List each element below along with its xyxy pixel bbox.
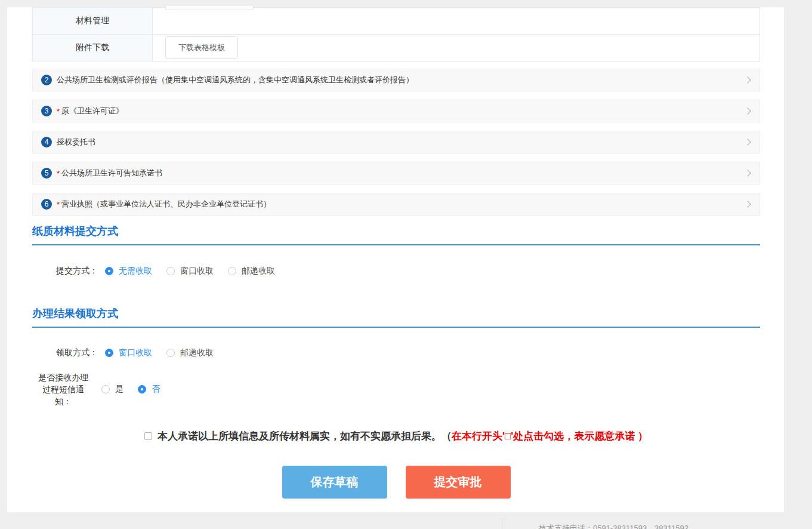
attachment-download-value: 下载表格模板 <box>153 35 760 61</box>
chevron-right-icon <box>744 170 751 176</box>
sms-notify-row: 是否接收办理 过程短信通 知： 是 否 <box>32 371 760 407</box>
commitment-hint-red: 在本行开头'□'处点击勾选，表示愿意承诺 ） <box>452 430 648 442</box>
accordion-item-2[interactable]: 2 公共场所卫生检测或评价报告（使用集中空调通风系统的，含集中空调通风系统卫生检… <box>32 69 760 91</box>
footer-divider <box>502 517 502 529</box>
radio-option-mail-pickup[interactable]: 邮递收取 <box>166 347 214 358</box>
submit-approval-button[interactable]: 提交审批 <box>406 466 511 499</box>
form-card: 材料管理 附件下载 下载表格模板 2 公共场所卫生检测或评价报告（使用集中空调通… <box>7 7 784 519</box>
accordion-item-title: 营业执照（或事业单位法人证书、民办非企业单位登记证书） <box>61 199 271 210</box>
attachment-download-label: 附件下载 <box>33 35 153 61</box>
accordion-item-title: 公共场所卫生检测或评价报告（使用集中空调通风系统的，含集中空调通风系统卫生检测或… <box>57 75 413 85</box>
table-row: 材料管理 <box>33 8 760 35</box>
pickup-method-label: 领取方式： <box>32 347 98 358</box>
commitment-checkbox[interactable] <box>144 432 152 440</box>
action-buttons: 保存草稿 提交审批 <box>32 466 760 499</box>
required-asterisk: * <box>57 200 60 209</box>
radio-option-window-collect[interactable]: 窗口收取 <box>166 266 214 276</box>
sms-notify-label: 是否接收办理 过程短信通 知： <box>32 371 94 407</box>
item-number-badge: 2 <box>41 75 52 85</box>
material-table: 材料管理 附件下载 下载表格模板 <box>32 7 760 61</box>
commitment-text: 本人承诺以上所填信息及所传材料属实，如有不实愿承担后果。（在本行开头'□'处点击… <box>158 429 648 443</box>
pickup-method-options: 窗口收取 邮递收取 <box>105 347 214 358</box>
radio-selected-icon[interactable] <box>105 267 113 275</box>
radio-unselected-icon[interactable] <box>166 267 175 275</box>
radio-option-window-pickup[interactable]: 窗口收取 <box>105 347 152 358</box>
item-number-badge: 5 <box>41 168 52 179</box>
item-number-badge: 4 <box>41 137 52 147</box>
submission-method-label: 提交方式： <box>32 266 98 276</box>
chevron-right-icon <box>744 139 751 145</box>
page-footer: 技术支持电话：0591-38311593、38311592 <box>0 512 812 529</box>
material-manage-value <box>153 8 760 35</box>
chevron-right-icon <box>744 76 751 83</box>
accordion-item-title: 原《卫生许可证》 <box>61 106 124 116</box>
accordion-item-4[interactable]: 4 授权委托书 <box>32 131 760 153</box>
submission-method-row: 提交方式： 无需收取 窗口收取 邮递收取 <box>32 266 760 276</box>
accordion-item-title: 授权委托书 <box>57 137 95 147</box>
result-section-title: 办理结果领取方式 <box>32 306 760 328</box>
radio-option-no-collect[interactable]: 无需收取 <box>105 266 152 276</box>
save-draft-button[interactable]: 保存草稿 <box>282 466 387 499</box>
radio-selected-icon[interactable] <box>105 349 113 357</box>
sms-notify-options: 是 否 <box>101 384 160 395</box>
pickup-method-row: 领取方式： 窗口收取 邮递收取 <box>32 347 760 358</box>
radio-option-mail-collect[interactable]: 邮递收取 <box>228 266 275 276</box>
accordion-item-3[interactable]: 3 * 原《卫生许可证》 <box>32 100 760 122</box>
submission-method-options: 无需收取 窗口收取 邮递收取 <box>105 266 275 276</box>
accordion-item-6[interactable]: 6 * 营业执照（或事业单位法人证书、民办非企业单位登记证书） <box>32 193 760 216</box>
chevron-right-icon <box>744 201 751 207</box>
accordion-item-title: 公共场所卫生许可告知承诺书 <box>61 168 162 179</box>
item-number-badge: 3 <box>41 106 52 116</box>
truncated-input-field[interactable] <box>165 6 254 10</box>
radio-unselected-icon[interactable] <box>101 385 110 393</box>
accordion-item-5[interactable]: 5 * 公共场所卫生许可告知承诺书 <box>32 162 760 184</box>
radio-selected-icon[interactable] <box>138 385 146 393</box>
attachment-accordion: 2 公共场所卫生检测或评价报告（使用集中空调通风系统的，含集中空调通风系统卫生检… <box>32 69 760 216</box>
required-asterisk: * <box>57 169 60 178</box>
radio-option-yes[interactable]: 是 <box>101 384 124 395</box>
commitment-row: 本人承诺以上所填信息及所传材料属实，如有不实愿承担后果。（在本行开头'□'处点击… <box>32 429 760 443</box>
paper-section-title: 纸质材料提交方式 <box>32 224 760 245</box>
table-row: 附件下载 下载表格模板 <box>33 35 760 61</box>
required-asterisk: * <box>57 107 60 116</box>
download-template-button[interactable]: 下载表格模板 <box>165 36 238 59</box>
chevron-right-icon <box>744 107 751 114</box>
radio-unselected-icon[interactable] <box>166 349 175 357</box>
item-number-badge: 6 <box>41 199 52 210</box>
radio-unselected-icon[interactable] <box>228 267 236 275</box>
material-manage-label: 材料管理 <box>33 8 153 35</box>
radio-option-no[interactable]: 否 <box>138 384 160 395</box>
support-phone-text: 技术支持电话：0591-38311593、38311592 <box>539 523 688 529</box>
form-content: 材料管理 附件下载 下载表格模板 2 公共场所卫生检测或评价报告（使用集中空调通… <box>32 7 760 499</box>
